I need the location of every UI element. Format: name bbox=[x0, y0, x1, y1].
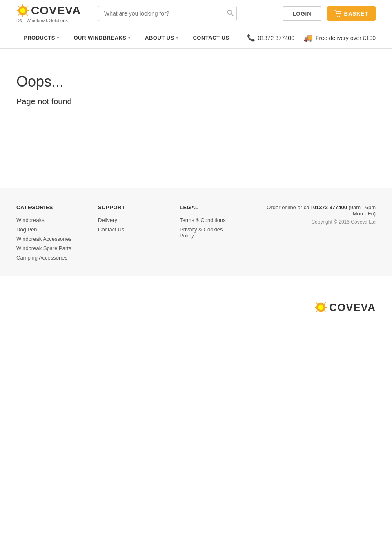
footer-order-info: Order online or call 01372 377400 (9am -… bbox=[261, 204, 376, 225]
logo-sun-icon bbox=[16, 4, 29, 17]
footer-bottom: COVEVA bbox=[0, 276, 392, 326]
nav-item-contact-us[interactable]: CONTACT US bbox=[185, 27, 236, 48]
svg-line-21 bbox=[324, 311, 325, 312]
footer-link-privacy[interactable]: Privacy & Cookies Policy bbox=[180, 226, 237, 239]
header-actions: LOGIN BASKET bbox=[283, 6, 376, 21]
svg-line-8 bbox=[26, 6, 27, 7]
svg-point-15 bbox=[318, 305, 324, 310]
search-button[interactable] bbox=[227, 10, 234, 18]
svg-line-6 bbox=[18, 6, 20, 7]
footer-link-dog-pen[interactable]: Dog Pen bbox=[16, 226, 74, 233]
legal-heading: LEGAL bbox=[180, 204, 237, 210]
basket-button[interactable]: BASKET bbox=[327, 6, 376, 21]
footer-link-terms[interactable]: Terms & Conditions bbox=[180, 217, 237, 223]
footer-logo: COVEVA bbox=[314, 301, 376, 314]
svg-line-7 bbox=[26, 14, 27, 15]
footer-link-delivery[interactable]: Delivery bbox=[98, 217, 155, 223]
footer-support: SUPPORT Delivery Contact Us bbox=[98, 204, 155, 236]
footer-categories: CATEGORIES Windbreaks Dog Pen Windbreak … bbox=[16, 204, 74, 264]
login-button[interactable]: LOGIN bbox=[283, 6, 321, 21]
svg-point-12 bbox=[337, 16, 338, 17]
copyright: Copyright © 2016 Coveva Ltd bbox=[261, 219, 376, 225]
logo-area: COVEVA D&T Windbreak Solutions bbox=[16, 4, 90, 23]
svg-line-11 bbox=[232, 14, 234, 16]
nav-right: 📞 01372 377400 🚚 Free delivery over £100 bbox=[247, 34, 376, 43]
chevron-down-icon: ▾ bbox=[57, 36, 59, 40]
delivery-text: Free delivery over £100 bbox=[316, 35, 376, 41]
logo-text: COVEVA bbox=[31, 4, 81, 17]
footer-link-windbreak-spare-parts[interactable]: Windbreak Spare Parts bbox=[16, 245, 74, 251]
categories-heading: CATEGORIES bbox=[16, 204, 74, 210]
logo[interactable]: COVEVA bbox=[16, 4, 81, 17]
nav-item-about-us[interactable]: ABOUT US ▾ bbox=[138, 27, 185, 48]
svg-point-13 bbox=[339, 16, 340, 17]
footer-legal: LEGAL Terms & Conditions Privacy & Cooki… bbox=[180, 204, 237, 242]
footer-logo-text: COVEVA bbox=[329, 301, 376, 314]
phone-number: 01372 377400 bbox=[258, 35, 294, 41]
footer-top-section: CATEGORIES Windbreaks Dog Pen Windbreak … bbox=[0, 188, 392, 276]
phone-item: 📞 01372 377400 bbox=[247, 34, 294, 42]
error-title: Oops... bbox=[16, 73, 376, 90]
svg-line-9 bbox=[18, 14, 20, 15]
logo-subtitle: D&T Windbreak Solutions bbox=[16, 18, 68, 23]
svg-line-23 bbox=[316, 311, 318, 312]
header: COVEVA D&T Windbreak Solutions LOGIN BAS… bbox=[0, 0, 392, 27]
search-container bbox=[98, 6, 237, 21]
search-input[interactable] bbox=[98, 6, 237, 21]
truck-icon: 🚚 bbox=[303, 34, 312, 43]
chevron-down-icon: ▾ bbox=[176, 36, 178, 40]
delivery-item: 🚚 Free delivery over £100 bbox=[303, 34, 376, 43]
chevron-down-icon: ▾ bbox=[128, 36, 131, 40]
footer-link-windbreak-accessories[interactable]: Windbreak Accessories bbox=[16, 236, 74, 242]
phone-icon: 📞 bbox=[247, 34, 255, 42]
footer-link-windbreaks[interactable]: Windbreaks bbox=[16, 217, 74, 223]
search-icon bbox=[227, 10, 234, 16]
order-phone: 01372 377400 bbox=[313, 204, 347, 210]
main-content: Oops... Page not found bbox=[0, 49, 392, 188]
footer: CATEGORIES Windbreaks Dog Pen Windbreak … bbox=[0, 188, 392, 326]
footer-link-contact-us[interactable]: Contact Us bbox=[98, 226, 155, 233]
svg-line-22 bbox=[324, 303, 325, 304]
svg-line-20 bbox=[316, 303, 318, 304]
footer-columns: CATEGORIES Windbreaks Dog Pen Windbreak … bbox=[16, 204, 376, 264]
footer-logo-sun-icon bbox=[314, 301, 327, 314]
order-text: Order online or call 01372 377400 (9am -… bbox=[261, 204, 376, 217]
nav-item-products[interactable]: PRODUCTS ▾ bbox=[16, 27, 66, 48]
nav-items: PRODUCTS ▾ OUR WINDBREAKS ▾ ABOUT US ▾ C… bbox=[16, 27, 247, 48]
support-heading: SUPPORT bbox=[98, 204, 155, 210]
basket-icon bbox=[334, 10, 342, 17]
error-subtitle: Page not found bbox=[16, 97, 376, 106]
footer-link-camping-accessories[interactable]: Camping Accessories bbox=[16, 255, 74, 261]
nav-item-our-windbreaks[interactable]: OUR WINDBREAKS ▾ bbox=[66, 27, 138, 48]
main-nav: PRODUCTS ▾ OUR WINDBREAKS ▾ ABOUT US ▾ C… bbox=[0, 27, 392, 49]
svg-point-1 bbox=[20, 8, 26, 13]
